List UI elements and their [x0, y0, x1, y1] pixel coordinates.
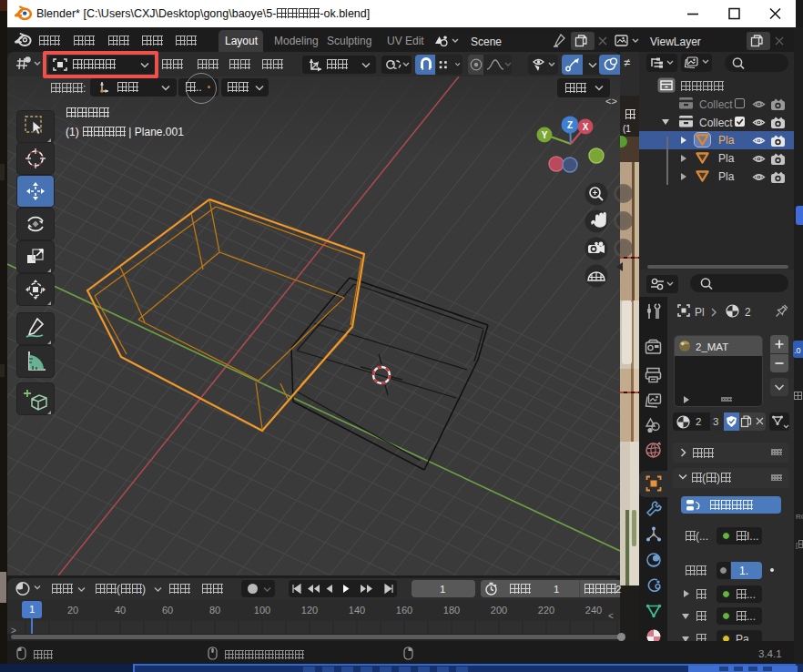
svg-text:220: 220: [538, 605, 554, 616]
svg-text:120: 120: [301, 605, 318, 616]
svg-text:200: 200: [491, 605, 507, 616]
svg-text:40: 40: [115, 605, 126, 616]
svg-text:100: 100: [254, 605, 270, 616]
svg-text:80: 80: [209, 605, 220, 616]
svg-text:240: 240: [585, 605, 602, 616]
svg-text:Z: Z: [567, 120, 573, 130]
svg-text:160: 160: [396, 605, 412, 616]
svg-text:140: 140: [349, 605, 365, 616]
svg-text:60: 60: [162, 605, 173, 616]
svg-text:180: 180: [443, 605, 460, 616]
svg-text:20: 20: [67, 605, 78, 616]
svg-text:X: X: [583, 122, 589, 132]
svg-text:Y: Y: [542, 130, 548, 140]
